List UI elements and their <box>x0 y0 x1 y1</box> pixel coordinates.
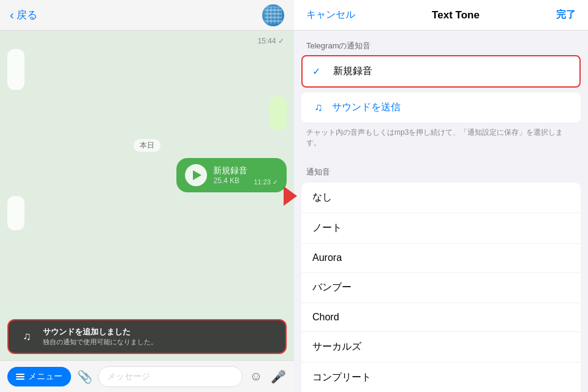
menu-line <box>16 374 24 375</box>
chat-panel: ‹ 戻る 15:44 ✓ 本日 新規 <box>0 0 294 392</box>
toast-subtitle: 独自の通知で使用可能になりました。 <box>43 337 157 347</box>
play-icon <box>193 170 202 180</box>
toast-title: サウンドを追加しました <box>43 326 157 337</box>
right-arrow-icon <box>284 186 297 206</box>
chat-header: ‹ 戻る <box>0 0 294 31</box>
tone-list: なし ノート Aurora バンブー Chord サーカルズ コンプリート He… <box>301 183 581 392</box>
tone-item-bamboo[interactable]: バンブー <box>301 273 581 303</box>
tone-item-circles[interactable]: サーカルズ <box>301 332 581 363</box>
toast-notification: ♫ サウンドを追加しました 独自の通知で使用可能になりました。 <box>7 319 287 354</box>
back-chevron-icon: ‹ <box>10 8 14 22</box>
cancel-button[interactable]: キャンセル <box>306 9 355 21</box>
send-sound-row[interactable]: ♫ サウンドを送信 <box>301 92 581 123</box>
tone-item-complete[interactable]: コンプリート <box>301 363 581 392</box>
audio-title: 新規録音 <box>213 165 247 176</box>
chat-messages: 15:44 ✓ 本日 新規録音 25.4 KB 11:23 ✓ <box>0 31 294 360</box>
sticker-icon[interactable]: ☺ <box>247 368 265 385</box>
tone-item-aurora[interactable]: Aurora <box>301 244 581 273</box>
menu-label: メニュー <box>28 371 62 382</box>
checkmark-icon: ✓ <box>312 66 325 77</box>
hamburger-icon <box>16 374 24 380</box>
back-label: 戻る <box>17 8 37 22</box>
menu-line <box>16 376 24 377</box>
audio-message[interactable]: 新規録音 25.4 KB 11:23 ✓ <box>176 158 287 192</box>
message-timestamp-top: 15:44 ✓ <box>7 37 284 45</box>
message-input[interactable]: メッセージ <box>98 366 243 387</box>
music-note-icon: ♫ <box>17 327 37 347</box>
tone-header: キャンセル Text Tone 完了 <box>294 0 588 31</box>
telegram-section-label: Telegramの通知音 <box>294 31 588 55</box>
audio-timestamp: 11:23 ✓ <box>254 178 278 186</box>
mic-icon[interactable]: 🎤 <box>270 368 287 385</box>
menu-button[interactable]: メニュー <box>7 367 71 386</box>
toast-text: サウンドを追加しました 独自の通知で使用可能になりました。 <box>43 326 157 347</box>
audio-size: 25.4 KB <box>213 176 247 185</box>
message-bubble-left-2 <box>7 196 24 230</box>
message-bubble-right-1 <box>270 96 287 130</box>
contact-avatar <box>262 4 284 26</box>
audio-info: 新規録音 25.4 KB <box>213 165 247 185</box>
tone-item-chord[interactable]: Chord <box>301 303 581 332</box>
message-placeholder: メッセージ <box>107 371 150 381</box>
tone-item-note[interactable]: ノート <box>301 213 581 244</box>
tone-panel-title: Text Tone <box>432 9 480 21</box>
chat-footer: メニュー 📎 メッセージ ☺ 🎤 <box>0 360 294 392</box>
menu-line <box>16 379 24 380</box>
selected-tone-row[interactable]: ✓ 新規録音 <box>301 55 581 88</box>
attach-icon[interactable]: 📎 <box>76 368 93 385</box>
text-tone-panel: キャンセル Text Tone 完了 Telegramの通知音 ✓ 新規録音 ♫… <box>294 0 588 392</box>
avatar-image <box>265 7 282 24</box>
selected-tone-label: 新規録音 <box>333 65 372 78</box>
info-text: チャット内の音声もしくはmp3を押し続けて、「通知設定に保存」を選択します。 <box>294 123 588 157</box>
back-button[interactable]: ‹ 戻る <box>10 8 37 22</box>
tone-content: Telegramの通知音 ✓ 新規録音 ♫ サウンドを送信 チャット内の音声もし… <box>294 31 588 392</box>
plus-music-icon: ♫ <box>311 101 326 114</box>
message-bubble-left-1 <box>7 49 24 90</box>
tones-section-label: 通知音 <box>294 157 588 183</box>
date-badge: 本日 <box>134 139 160 152</box>
done-button[interactable]: 完了 <box>556 9 576 21</box>
send-sound-label: サウンドを送信 <box>332 101 401 114</box>
play-button[interactable] <box>185 164 207 186</box>
tone-item-nashi[interactable]: なし <box>301 183 581 213</box>
